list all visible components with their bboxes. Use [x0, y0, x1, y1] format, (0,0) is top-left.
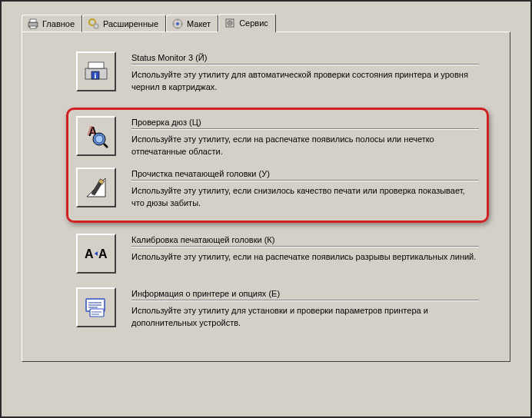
tab-service[interactable]: Сервис	[218, 14, 276, 32]
gears-icon	[88, 18, 100, 30]
nozzle-check-button[interactable]: A A	[76, 116, 116, 156]
printer-info-icon: i	[82, 58, 110, 85]
svg-text:A: A	[85, 247, 94, 260]
item-nozzle-check: A A Проверка дюз (Ц) Используйте эту ути…	[76, 116, 479, 158]
service-panel: i Status Monitor 3 (Й) Используйте эту у…	[22, 32, 510, 362]
item-status-monitor: i Status Monitor 3 (Й) Используйте эту у…	[76, 51, 479, 94]
head-clean-button[interactable]	[76, 168, 116, 207]
svg-point-6	[176, 22, 179, 25]
svg-text:i: i	[95, 71, 97, 80]
tab-strip: Главное Расширенные Макет Сервис	[22, 13, 510, 32]
svg-point-4	[94, 24, 98, 28]
printer-info-button[interactable]	[76, 287, 116, 327]
nozzle-check-icon: A A	[82, 122, 110, 150]
card-list-icon	[82, 294, 110, 321]
head-align-icon: A A	[82, 240, 110, 267]
tab-layout[interactable]: Макет	[166, 15, 218, 32]
info-title: Информация о принтере и опциях (Е)	[131, 289, 479, 300]
tab-extended[interactable]: Расширенные	[82, 15, 166, 32]
tab-main[interactable]: Главное	[22, 15, 82, 32]
printer-icon	[27, 18, 39, 30]
nozzle-desc: Используйте эту утилиту, если на распеча…	[131, 134, 479, 158]
svg-rect-2	[30, 26, 36, 28]
svg-rect-27	[90, 309, 104, 317]
status-desc: Используйте эту утилиту для автоматическ…	[131, 69, 479, 94]
status-title: Status Monitor 3 (Й)	[131, 53, 479, 65]
svg-rect-1	[30, 19, 36, 22]
tab-extended-label: Расширенные	[103, 19, 158, 28]
svg-rect-10	[88, 62, 104, 68]
clean-title: Прочистка печатающей головки (У)	[131, 169, 479, 181]
head-align-button[interactable]: A A	[76, 234, 116, 274]
highlight-box: A A Проверка дюз (Ц) Используйте эту ути…	[66, 108, 489, 223]
layout-icon	[171, 18, 184, 30]
item-head-clean: Прочистка печатающей головки (У) Использ…	[76, 168, 479, 210]
tab-layout-label: Макет	[187, 19, 211, 28]
align-desc: Используйте эту утилиту, если на распеча…	[131, 251, 479, 264]
item-printer-info: Информация о принтере и опциях (Е) Испол…	[76, 287, 479, 330]
svg-point-16	[95, 135, 103, 143]
status-monitor-button[interactable]: i	[76, 51, 116, 91]
item-head-align: A A Калибровка печатающей головки (К) Ис…	[76, 234, 479, 274]
clean-desc: Используйте эту утилиту, если снизилось …	[131, 185, 479, 210]
service-icon	[224, 17, 236, 29]
align-title: Калибровка печатающей головки (К)	[131, 235, 479, 247]
svg-marker-21	[95, 251, 98, 256]
info-desc: Используйте эту утилиту для установки и …	[131, 305, 479, 330]
nozzle-title: Проверка дюз (Ц)	[131, 118, 479, 129]
head-clean-icon	[82, 174, 110, 201]
tab-main-label: Главное	[42, 19, 75, 28]
svg-line-17	[104, 144, 108, 148]
svg-text:A: A	[98, 247, 108, 260]
tab-service-label: Сервис	[239, 18, 268, 28]
